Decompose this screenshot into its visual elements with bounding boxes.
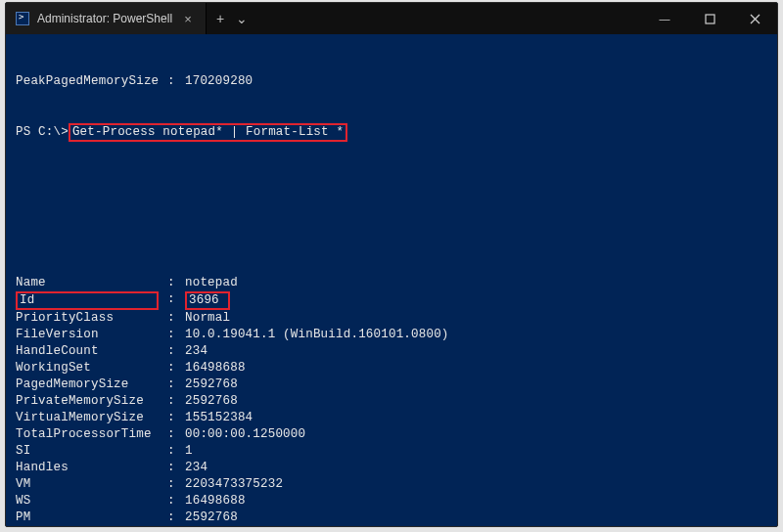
output-colon: : [167,343,185,360]
tab-title: Administrator: PowerShell [37,12,172,25]
output-colon: : [167,393,185,410]
output-key: Id [16,291,167,310]
output-key: PrivateMemorySize [16,393,167,410]
output-key: PeakPagedMemorySize [16,73,167,90]
output-key: PagedMemorySize [16,377,167,393]
output-row: SI:1 [16,443,767,460]
output-colon: : [167,275,185,291]
output-row-top: PeakPagedMemorySize : 170209280 [16,73,767,90]
minimize-button[interactable]: — [642,3,687,34]
output-row: WS:16498688 [16,493,767,510]
command-part1: Get-Process notepad* [72,125,223,139]
output-row: Handles:234 [16,460,767,476]
output-row: VM:2203473375232 [16,476,767,493]
output-value: 2592768 [185,377,767,393]
output-value: 155152384 [185,410,767,426]
blank-line [16,225,767,242]
tab-close-button[interactable]: × [180,12,196,26]
command-pipe: | [231,125,239,139]
output-colon: : [167,377,185,393]
prompt-line: PS C:\>Get-Process notepad* | Format-Lis… [16,123,767,142]
output-row: Id:3696 [16,291,767,310]
output-key: TotalProcessorTime [16,426,167,443]
titlebar-spacer[interactable] [257,3,642,34]
output-key: WorkingSet [16,360,167,377]
output-value: 00:00:00.1250000 [185,426,767,443]
output-key: Name [16,275,167,291]
command-highlight: Get-Process notepad* | Format-List * [69,123,347,142]
output-key: WS [16,493,167,510]
output-colon: : [167,310,185,327]
value-highlight: 3696 [185,291,230,310]
output-value: 3696 [185,291,767,310]
output-row: VirtualMemorySize:155152384 [16,410,767,426]
output-colon: : [167,443,185,460]
output-row: PrivateMemorySize:2592768 [16,393,767,410]
prompt: PS C:\> [16,125,69,139]
output-row: Name:notepad [16,275,767,291]
output-row: TotalProcessorTime:00:00:00.1250000 [16,426,767,443]
output-value: 2203473375232 [185,476,767,493]
output-value: 16498688 [185,493,767,510]
window-controls: — [642,3,777,34]
output-key: PriorityClass [16,310,167,327]
output-key: VM [16,476,167,493]
output-key: SI [16,443,167,460]
output-value: 2592768 [185,510,767,526]
key-highlight: Id [16,291,159,310]
output-row: FileVersion:10.0.19041.1 (WinBuild.16010… [16,327,767,343]
output-colon: : [167,327,185,343]
maximize-button[interactable] [687,3,732,34]
output-colon: : [167,291,185,310]
svg-rect-0 [706,15,714,23]
output-colon: : [167,410,185,426]
output-row: PagedMemorySize:2592768 [16,377,767,393]
output-colon: : [167,73,185,90]
output-key: FileVersion [16,327,167,343]
output-value: 234 [185,460,767,476]
output-key: HandleCount [16,343,167,360]
output-colon: : [167,426,185,443]
output-colon: : [167,460,185,476]
output-colon: : [167,510,185,526]
output-value: 1 [185,443,767,460]
output-colon: : [167,493,185,510]
output-row: PM:2592768 [16,510,767,526]
output-key: PM [16,510,167,526]
output-row: WorkingSet:16498688 [16,360,767,377]
output-colon: : [167,476,185,493]
terminal-window: Administrator: PowerShell × + ⌄ — PeakPa… [5,2,778,527]
minimize-icon: — [660,13,670,24]
output-value: notepad [185,275,767,291]
tab-dropdown-button[interactable]: ⌄ [236,12,248,25]
output-key: Handles [16,460,167,476]
tab-actions: + ⌄ [207,3,257,34]
output-row: PriorityClass:Normal [16,310,767,327]
titlebar[interactable]: Administrator: PowerShell × + ⌄ — [6,3,777,34]
output-colon: : [167,360,185,377]
new-tab-button[interactable]: + [216,12,224,25]
output-key: VirtualMemorySize [16,410,167,426]
maximize-icon [705,14,715,24]
output-value: 234 [185,343,767,360]
command-part2: Format-List * [246,125,344,139]
output-row: HandleCount:234 [16,343,767,360]
close-window-button[interactable] [732,3,777,34]
blank-line [16,175,767,192]
output-value: 16498688 [185,360,767,377]
close-icon [750,14,760,24]
output-value: 2592768 [185,393,767,410]
terminal-body[interactable]: PeakPagedMemorySize : 170209280 PS C:\>G… [6,34,777,526]
tab-powershell[interactable]: Administrator: PowerShell × [6,3,207,34]
output-value: 170209280 [185,73,767,90]
output-value: 10.0.19041.1 (WinBuild.160101.0800) [185,327,767,343]
powershell-icon [16,12,29,25]
output-value: Normal [185,310,767,327]
